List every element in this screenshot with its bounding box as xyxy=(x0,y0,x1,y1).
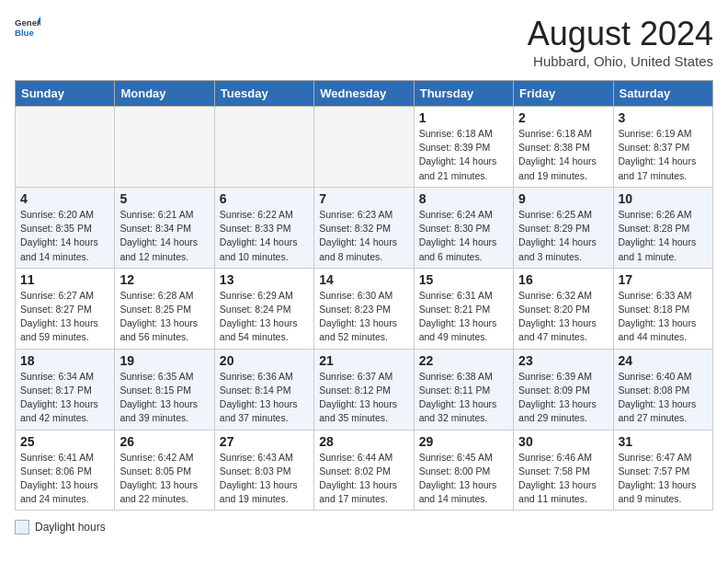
day-info: Sunrise: 6:20 AMSunset: 8:35 PMDaylight:… xyxy=(20,208,109,264)
day-info: Sunrise: 6:46 AMSunset: 7:58 PMDaylight:… xyxy=(518,451,608,507)
calendar-cell: 12Sunrise: 6:28 AMSunset: 8:25 PMDayligh… xyxy=(115,268,214,349)
day-number: 10 xyxy=(619,191,708,206)
calendar-cell: 25Sunrise: 6:41 AMSunset: 8:06 PMDayligh… xyxy=(16,430,115,511)
footer-note: Daylight hours xyxy=(15,520,713,534)
day-info: Sunrise: 6:24 AMSunset: 8:30 PMDaylight:… xyxy=(419,208,508,264)
calendar-cell: 18Sunrise: 6:34 AMSunset: 8:17 PMDayligh… xyxy=(16,349,115,430)
calendar-cell: 21Sunrise: 6:37 AMSunset: 8:12 PMDayligh… xyxy=(314,349,414,430)
day-info: Sunrise: 6:47 AMSunset: 7:57 PMDaylight:… xyxy=(619,451,708,507)
calendar-cell: 1Sunrise: 6:18 AMSunset: 8:39 PMDaylight… xyxy=(414,107,513,188)
day-number: 30 xyxy=(518,434,608,449)
svg-text:Blue: Blue xyxy=(15,28,34,38)
day-info: Sunrise: 6:26 AMSunset: 8:28 PMDaylight:… xyxy=(619,208,708,264)
day-number: 6 xyxy=(220,191,309,206)
calendar-cell xyxy=(16,107,115,188)
calendar-week-row: 25Sunrise: 6:41 AMSunset: 8:06 PMDayligh… xyxy=(16,430,713,511)
day-number: 25 xyxy=(20,434,109,449)
calendar-cell: 13Sunrise: 6:29 AMSunset: 8:24 PMDayligh… xyxy=(214,268,313,349)
day-number: 18 xyxy=(20,353,109,368)
day-number: 9 xyxy=(518,191,608,206)
calendar-cell: 7Sunrise: 6:23 AMSunset: 8:32 PMDaylight… xyxy=(314,187,414,268)
calendar-cell xyxy=(314,107,414,188)
day-number: 28 xyxy=(319,434,408,449)
day-number: 14 xyxy=(319,272,408,287)
calendar-cell: 29Sunrise: 6:45 AMSunset: 8:00 PMDayligh… xyxy=(414,430,513,511)
day-number: 11 xyxy=(20,272,109,287)
calendar-cell: 6Sunrise: 6:22 AMSunset: 8:33 PMDaylight… xyxy=(214,187,313,268)
calendar-title: August 2024 xyxy=(528,15,713,53)
calendar-week-row: 11Sunrise: 6:27 AMSunset: 8:27 PMDayligh… xyxy=(16,268,713,349)
day-info: Sunrise: 6:28 AMSunset: 8:25 PMDaylight:… xyxy=(119,289,209,345)
day-number: 2 xyxy=(518,110,608,125)
day-info: Sunrise: 6:32 AMSunset: 8:20 PMDaylight:… xyxy=(518,289,608,345)
calendar-cell: 27Sunrise: 6:43 AMSunset: 8:03 PMDayligh… xyxy=(214,430,313,511)
day-number: 17 xyxy=(619,272,708,287)
calendar-cell: 17Sunrise: 6:33 AMSunset: 8:18 PMDayligh… xyxy=(613,268,712,349)
day-info: Sunrise: 6:33 AMSunset: 8:18 PMDaylight:… xyxy=(619,289,708,345)
day-number: 3 xyxy=(619,110,708,125)
day-header-tuesday: Tuesday xyxy=(214,81,313,107)
header: General Blue August 2024 Hubbard, Ohio, … xyxy=(15,15,713,69)
day-number: 26 xyxy=(119,434,209,449)
day-number: 13 xyxy=(220,272,309,287)
daylight-box-icon xyxy=(15,520,29,534)
day-info: Sunrise: 6:37 AMSunset: 8:12 PMDaylight:… xyxy=(319,370,408,426)
logo: General Blue xyxy=(15,15,40,40)
calendar-cell: 20Sunrise: 6:36 AMSunset: 8:14 PMDayligh… xyxy=(214,349,313,430)
day-number: 12 xyxy=(119,272,209,287)
day-header-friday: Friday xyxy=(514,81,613,107)
calendar-cell: 2Sunrise: 6:18 AMSunset: 8:38 PMDaylight… xyxy=(514,107,613,188)
day-info: Sunrise: 6:19 AMSunset: 8:37 PMDaylight:… xyxy=(619,127,708,183)
day-info: Sunrise: 6:39 AMSunset: 8:09 PMDaylight:… xyxy=(518,370,608,426)
calendar-cell: 22Sunrise: 6:38 AMSunset: 8:11 PMDayligh… xyxy=(414,349,513,430)
calendar-cell: 30Sunrise: 6:46 AMSunset: 7:58 PMDayligh… xyxy=(514,430,613,511)
calendar-cell: 14Sunrise: 6:30 AMSunset: 8:23 PMDayligh… xyxy=(314,268,414,349)
day-number: 15 xyxy=(419,272,508,287)
calendar-cell: 31Sunrise: 6:47 AMSunset: 7:57 PMDayligh… xyxy=(613,430,712,511)
day-number: 31 xyxy=(619,434,708,449)
day-info: Sunrise: 6:22 AMSunset: 8:33 PMDaylight:… xyxy=(220,208,309,264)
day-info: Sunrise: 6:18 AMSunset: 8:39 PMDaylight:… xyxy=(419,127,508,183)
calendar-cell: 26Sunrise: 6:42 AMSunset: 8:05 PMDayligh… xyxy=(115,430,214,511)
day-number: 7 xyxy=(319,191,408,206)
day-info: Sunrise: 6:42 AMSunset: 8:05 PMDaylight:… xyxy=(119,451,209,507)
day-info: Sunrise: 6:38 AMSunset: 8:11 PMDaylight:… xyxy=(419,370,508,426)
day-header-wednesday: Wednesday xyxy=(314,81,414,107)
calendar-cell xyxy=(214,107,313,188)
svg-text:General: General xyxy=(15,17,40,28)
day-info: Sunrise: 6:31 AMSunset: 8:21 PMDaylight:… xyxy=(419,289,508,345)
calendar-cell: 8Sunrise: 6:24 AMSunset: 8:30 PMDaylight… xyxy=(414,187,513,268)
calendar-cell: 5Sunrise: 6:21 AMSunset: 8:34 PMDaylight… xyxy=(115,187,214,268)
day-number: 21 xyxy=(319,353,408,368)
calendar-cell: 11Sunrise: 6:27 AMSunset: 8:27 PMDayligh… xyxy=(16,268,115,349)
day-info: Sunrise: 6:21 AMSunset: 8:34 PMDaylight:… xyxy=(119,208,209,264)
day-number: 23 xyxy=(518,353,608,368)
day-number: 20 xyxy=(220,353,309,368)
day-header-sunday: Sunday xyxy=(16,81,115,107)
day-info: Sunrise: 6:27 AMSunset: 8:27 PMDaylight:… xyxy=(20,289,109,345)
day-info: Sunrise: 6:35 AMSunset: 8:15 PMDaylight:… xyxy=(119,370,209,426)
day-number: 19 xyxy=(119,353,209,368)
calendar-week-row: 18Sunrise: 6:34 AMSunset: 8:17 PMDayligh… xyxy=(16,349,713,430)
calendar-cell: 23Sunrise: 6:39 AMSunset: 8:09 PMDayligh… xyxy=(514,349,613,430)
calendar-cell: 9Sunrise: 6:25 AMSunset: 8:29 PMDaylight… xyxy=(514,187,613,268)
day-info: Sunrise: 6:41 AMSunset: 8:06 PMDaylight:… xyxy=(20,451,109,507)
day-header-thursday: Thursday xyxy=(414,81,513,107)
day-info: Sunrise: 6:43 AMSunset: 8:03 PMDaylight:… xyxy=(220,451,309,507)
calendar-header-row: SundayMondayTuesdayWednesdayThursdayFrid… xyxy=(16,81,713,107)
calendar-cell: 28Sunrise: 6:44 AMSunset: 8:02 PMDayligh… xyxy=(314,430,414,511)
day-number: 4 xyxy=(20,191,109,206)
day-header-monday: Monday xyxy=(115,81,214,107)
day-number: 24 xyxy=(619,353,708,368)
calendar-cell: 24Sunrise: 6:40 AMSunset: 8:08 PMDayligh… xyxy=(613,349,712,430)
day-info: Sunrise: 6:25 AMSunset: 8:29 PMDaylight:… xyxy=(518,208,608,264)
calendar-cell: 16Sunrise: 6:32 AMSunset: 8:20 PMDayligh… xyxy=(514,268,613,349)
calendar-subtitle: Hubbard, Ohio, United States xyxy=(528,53,713,69)
calendar-cell: 15Sunrise: 6:31 AMSunset: 8:21 PMDayligh… xyxy=(414,268,513,349)
calendar-cell: 4Sunrise: 6:20 AMSunset: 8:35 PMDaylight… xyxy=(16,187,115,268)
day-number: 16 xyxy=(518,272,608,287)
day-info: Sunrise: 6:23 AMSunset: 8:32 PMDaylight:… xyxy=(319,208,408,264)
day-info: Sunrise: 6:44 AMSunset: 8:02 PMDaylight:… xyxy=(319,451,408,507)
day-info: Sunrise: 6:29 AMSunset: 8:24 PMDaylight:… xyxy=(220,289,309,345)
day-info: Sunrise: 6:34 AMSunset: 8:17 PMDaylight:… xyxy=(20,370,109,426)
